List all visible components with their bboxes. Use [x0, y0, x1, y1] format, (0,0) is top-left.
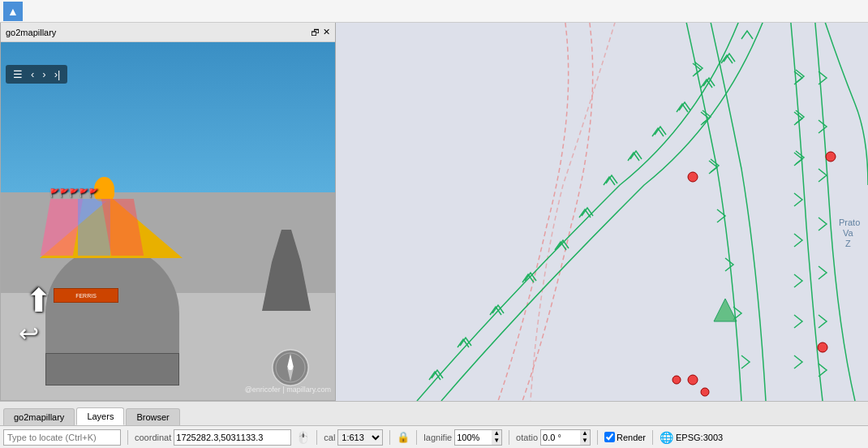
top-bar: ▲ — [0, 0, 868, 23]
photo-play-button[interactable]: › — [40, 67, 48, 81]
render-item: Render — [604, 432, 646, 442]
tab-go2mapillary[interactable]: go2mapillary — [3, 408, 75, 425]
rotation-item: otatio ▲ ▼ — [516, 429, 591, 446]
svg-point-7 — [672, 376, 681, 384]
lock-icon: 🔒 — [397, 431, 410, 443]
main-area: go2mapillary 🗗 ✕ 🚩🚩🚩🚩🚩 — [0, 23, 868, 401]
svg-text:Z: Z — [845, 239, 851, 248]
epsg-label: EPSG:3003 — [676, 433, 723, 442]
tent-wall — [45, 353, 179, 386]
compass[interactable] — [270, 347, 311, 388]
separator-5 — [509, 430, 509, 445]
logo-icon: ▲ — [7, 5, 19, 18]
svg-point-4 — [288, 365, 293, 370]
separator-3 — [389, 430, 390, 445]
epsg-item[interactable]: 🌐 EPSG:3003 — [660, 431, 723, 444]
app-logo: ▲ — [3, 2, 23, 21]
magnifier-spinbox: ▲ ▼ — [454, 429, 502, 446]
back-arrow-nav[interactable]: ↩ — [19, 319, 39, 347]
magnifier-item: lagnifie ▲ ▼ — [423, 429, 502, 446]
separator-2 — [316, 430, 317, 445]
search-input[interactable] — [3, 429, 121, 446]
magnifier-spin-arrows: ▲ ▼ — [492, 430, 501, 445]
scale-select[interactable]: 1:613 1:1000 1:5000 — [337, 429, 383, 446]
up-arrow-nav[interactable]: ⬆ — [25, 282, 53, 319]
map-panel[interactable]: Prato Va Z — [336, 23, 868, 401]
photo-panel-title: go2mapillary — [6, 28, 56, 37]
separator-4 — [416, 430, 417, 445]
tab-browser[interactable]: Browser — [126, 408, 179, 425]
render-checkbox[interactable] — [604, 432, 615, 442]
tent-flags: 🚩🚩🚩🚩🚩 — [49, 188, 98, 197]
photo-watermark: @enricofer | mapillary.com — [245, 386, 331, 394]
photo-panel: go2mapillary 🗗 ✕ 🚩🚩🚩🚩🚩 — [0, 23, 336, 401]
epsg-globe-icon: 🌐 — [660, 431, 673, 444]
map-svg: Prato Va Z — [336, 23, 868, 401]
tent-sign: FERRIS — [54, 288, 118, 303]
rotation-down-button[interactable]: ▼ — [580, 437, 590, 445]
scale-item: cal 1:613 1:1000 1:5000 — [324, 429, 383, 446]
svg-point-6 — [688, 375, 698, 385]
photo-prev-button[interactable]: ‹ — [28, 67, 37, 81]
photo-panel-titlebar: go2mapillary 🗗 ✕ — [1, 23, 335, 42]
svg-point-8 — [701, 388, 709, 396]
magnifier-down-button[interactable]: ▼ — [492, 437, 501, 445]
photo-panel-controls: ☰ ‹ › ›| — [6, 65, 67, 84]
photo-panel-restore-button[interactable]: 🗗 — [311, 27, 320, 37]
scale-label: cal — [324, 433, 335, 442]
svg-text:Prato: Prato — [839, 218, 860, 227]
bottom-tabs: go2mapillary Layers Browser — [0, 401, 868, 425]
coord-input[interactable] — [174, 429, 291, 446]
rotation-label: otatio — [516, 433, 538, 442]
coord-item: coordinat — [135, 429, 291, 446]
svg-point-9 — [818, 342, 827, 352]
photo-menu-button[interactable]: ☰ — [11, 67, 25, 81]
status-bar: coordinat 🖱️ cal 1:613 1:1000 1:5000 🔒 l… — [0, 425, 868, 448]
separator-1 — [127, 430, 128, 445]
separator-6 — [597, 430, 598, 445]
svg-point-10 — [688, 172, 698, 182]
svg-text:Va: Va — [843, 228, 854, 238]
svg-rect-5 — [336, 23, 868, 401]
photo-next-button[interactable]: ›| — [52, 67, 63, 81]
photo-scene: 🚩🚩🚩🚩🚩 FERRIS ⬆ ↩ — [1, 42, 335, 400]
rotation-spin-arrows: ▲ ▼ — [580, 430, 590, 445]
svg-point-11 — [826, 152, 836, 162]
magnifier-label: lagnifie — [423, 433, 452, 442]
separator-7 — [652, 430, 653, 445]
tab-layers[interactable]: Layers — [76, 407, 124, 425]
rotation-spinbox: ▲ ▼ — [540, 429, 591, 446]
coord-label: coordinat — [135, 433, 171, 442]
rotation-input[interactable] — [541, 430, 580, 445]
mouse-icon: 🖱️ — [296, 431, 310, 444]
render-label: Render — [617, 433, 646, 442]
photo-panel-close-button[interactable]: ✕ — [323, 27, 330, 37]
magnifier-input[interactable] — [455, 430, 492, 445]
